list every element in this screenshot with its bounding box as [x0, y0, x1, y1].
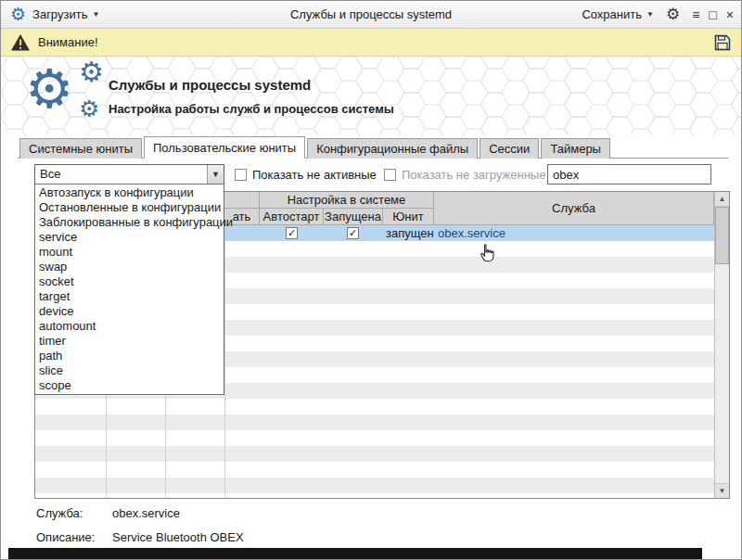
combobox-dropdown-button[interactable]: ▼ — [207, 165, 224, 184]
scroll-down-button[interactable]: ▼ — [715, 483, 729, 498]
hero-gear-icon: ⚙ — [79, 58, 104, 86]
cursor-hand-icon — [480, 244, 495, 265]
show-unloaded-checkbox[interactable] — [384, 169, 396, 181]
page-subtitle: Настройка работы служб и процессов систе… — [109, 102, 394, 116]
show-unloaded-label: Показать не загруженные — [402, 168, 545, 182]
tab-label: Конфигурационные файлы — [316, 142, 468, 156]
detail-description-label: Описание: — [36, 530, 95, 544]
save-floppy-icon[interactable] — [713, 33, 732, 52]
dropdown-option[interactable]: socket — [35, 274, 224, 289]
show-inactive-checkbox-row[interactable]: Показать не активные — [235, 168, 377, 182]
vertical-scrollbar: ▲ ▼ — [714, 192, 729, 498]
show-unloaded-checkbox-row[interactable]: Показать не загруженные — [384, 168, 545, 182]
header-group-system: Настройка в системе — [260, 192, 434, 209]
dropdown-option[interactable]: device — [35, 304, 224, 319]
show-inactive-checkbox[interactable] — [235, 169, 247, 181]
header-col-service: Служба — [434, 192, 714, 225]
page-title: Службы и процессы systemd — [109, 77, 311, 93]
hexagon-pattern — [1, 57, 741, 135]
table-gridline — [224, 225, 225, 498]
window-button[interactable]: × — [726, 7, 734, 22]
title-bar: ⚙ Загрузить ▼ Службы и процессы systemd … — [1, 1, 741, 29]
detail-description-value: Service Bluetooth OBEX — [112, 530, 244, 544]
hero-header: ⚙ ⚙ ⚙ Службы и процессы systemd Настройк… — [1, 57, 741, 135]
chevron-down-icon: ▼ — [92, 10, 99, 19]
load-menu-label: Загрузить — [32, 7, 87, 21]
dropdown-option[interactable]: Заблокированные в конфигурации — [35, 215, 224, 230]
dropdown-option[interactable]: automount — [35, 319, 224, 334]
scrollbar-thumb[interactable] — [715, 207, 729, 264]
unit-type-dropdown-list: Автозапуск в конфигурации Остановленные … — [34, 184, 224, 395]
autostart-checkbox[interactable]: ✓ — [286, 227, 298, 239]
tab-label: Сессии — [489, 142, 530, 156]
tab-label: Таймеры — [550, 142, 601, 156]
app-gear-icon: ⚙ — [10, 6, 26, 23]
dropdown-option[interactable]: Автозапуск в конфигурации — [35, 185, 224, 200]
header-col-running: Запущена — [324, 209, 383, 225]
tab[interactable]: Пользовательские юниты — [144, 136, 305, 159]
warning-bar: Внимание! — [1, 29, 741, 57]
detail-service-value: obex.service — [112, 506, 180, 520]
dropdown-option[interactable]: target — [35, 289, 224, 304]
tab-bar: Системные юниты Пользовательские юниты К… — [18, 136, 728, 159]
chevron-down-icon: ▼ — [211, 170, 220, 179]
dropdown-option[interactable]: scope — [35, 378, 224, 393]
unit-state-cell: запущен — [386, 225, 434, 241]
header-col-unit: Юнит — [383, 209, 434, 225]
service-link[interactable]: obex.service — [438, 225, 505, 241]
detail-service-label: Служба: — [36, 506, 83, 520]
dropdown-option[interactable]: swap — [35, 260, 224, 274]
dropdown-option[interactable]: path — [35, 349, 224, 363]
settings-gear-button[interactable]: ⚙ — [666, 6, 680, 22]
header-col-autostart: Автостарт — [260, 209, 324, 225]
save-menu-button[interactable]: Сохранить ▼ — [582, 7, 654, 21]
window-button[interactable]: □ — [709, 7, 716, 22]
tab[interactable]: Сессии — [480, 138, 539, 159]
dropdown-option[interactable]: Остановленные в конфигурации — [35, 200, 224, 215]
running-checkbox[interactable]: ✓ — [347, 227, 359, 239]
search-input[interactable] — [547, 164, 711, 185]
window-controls: ≡□× — [692, 7, 734, 22]
app-window: ⚙ Загрузить ▼ Службы и процессы systemd … — [0, 0, 742, 560]
unit-type-combobox[interactable]: Все ▼ — [34, 164, 224, 185]
show-inactive-label: Показать не активные — [252, 168, 377, 182]
load-menu-button[interactable]: Загрузить ▼ — [32, 7, 99, 21]
warning-text: Внимание! — [38, 35, 98, 49]
dropdown-option[interactable]: slice — [35, 363, 224, 378]
save-menu-label: Сохранить — [582, 7, 642, 21]
tab[interactable]: Конфигурационные файлы — [307, 138, 478, 159]
dropdown-option[interactable]: service — [35, 230, 224, 245]
dropdown-option[interactable]: timer — [35, 334, 224, 349]
scroll-up-button[interactable]: ▲ — [715, 192, 729, 207]
chevron-down-icon: ▼ — [646, 10, 654, 19]
tab-label: Пользовательские юниты — [153, 141, 296, 155]
tab[interactable]: Таймеры — [541, 138, 610, 159]
dropdown-option[interactable]: mount — [35, 245, 224, 260]
warning-triangle-icon — [10, 33, 31, 52]
tab-label: Системные юниты — [29, 142, 133, 156]
bottom-dark-strip — [8, 548, 702, 559]
tab[interactable]: Системные юниты — [19, 138, 142, 159]
combobox-value: Все — [40, 165, 60, 184]
hero-gear-icon: ⚙ — [25, 62, 73, 116]
window-button[interactable]: ≡ — [692, 7, 699, 22]
hero-gear-icon: ⚙ — [79, 97, 99, 121]
